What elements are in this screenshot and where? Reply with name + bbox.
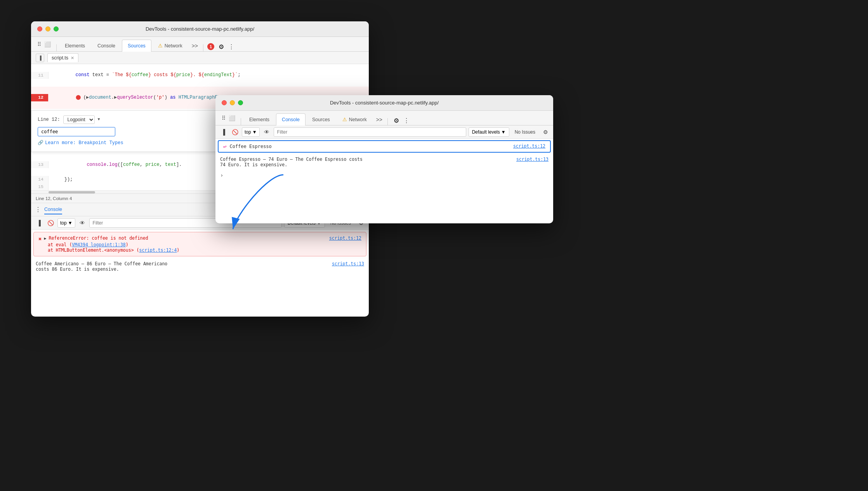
minimize-button-main[interactable] (45, 26, 50, 31)
error-link-main[interactable]: script.ts:12 (329, 235, 361, 241)
tab-bar-main: ⠿ ⬜ Elements Console Sources ⚠ Network >… (31, 37, 369, 52)
tab-divider2-front (387, 118, 388, 125)
tab-more-front[interactable]: >> (373, 113, 385, 125)
levels-arrow-front: ▼ (501, 129, 506, 135)
tab-bar-icons-main: ⠿ ⬜ (34, 37, 54, 51)
espresso-output-container: ↩ Coffee Espresso script.ts:12 (215, 140, 553, 153)
tab-sources-main[interactable]: Sources (122, 40, 151, 51)
sidebar-toggle-front[interactable]: ▐ (219, 127, 228, 137)
eye-toggle-main[interactable]: 👁 (78, 218, 87, 228)
traffic-lights-front (222, 100, 243, 105)
dropdown-arrow-front: ▼ (252, 129, 257, 135)
error-icon-main: ✖ (38, 236, 42, 242)
menu-icon-front[interactable]: ⋮ (403, 117, 410, 124)
maximize-button-main[interactable] (54, 26, 59, 31)
espresso2-text: Coffee Espresso – 74 Euro – The Coffee E… (220, 157, 516, 167)
logpoint-input[interactable] (38, 127, 115, 136)
console-error-main: ✖ ▶ ReferenceError: coffee is not define… (33, 232, 366, 256)
tab-divider2 (203, 44, 203, 51)
tab-more-main[interactable]: >> (189, 40, 201, 51)
file-tab-script[interactable]: script.ts ✕ (47, 53, 78, 62)
close-file-tab[interactable]: ✕ (71, 56, 74, 61)
clear-console-btn[interactable]: 🚫 (46, 218, 55, 228)
settings-icon-main[interactable]: ⚙ (217, 42, 226, 51)
console-settings-front[interactable]: ⚙ (541, 127, 550, 137)
minimize-button-front[interactable] (230, 100, 235, 105)
top-select-front[interactable]: top ▼ (242, 127, 260, 137)
tab-network-main[interactable]: ⚠ Network (152, 40, 188, 51)
console-chevron: › (220, 172, 223, 178)
tab-sources-front[interactable]: Sources (306, 113, 336, 125)
devtools-window-front: DevTools - consistent-source-map-pc.netl… (215, 95, 553, 223)
issues-badge-main[interactable]: 1 (207, 43, 214, 50)
expand-arrow-main[interactable]: ▶ (44, 236, 46, 240)
error-indent2-main: at HTMLButtonElement.<anonymous> (script… (38, 247, 361, 253)
output-americano-text: Coffee Americano – 86 Euro – The Coffee … (36, 261, 332, 272)
top-select-main[interactable]: top ▼ (57, 218, 75, 228)
line-num-15: 15 (31, 183, 49, 190)
logpoint-type-select[interactable]: Logpoint (63, 115, 95, 124)
sidebar-toggle[interactable]: ▐ (36, 54, 44, 62)
tab-bar-icons-front: ⠿ ⬜ (219, 111, 238, 125)
sidebar-toggle-console[interactable]: ▐ (34, 218, 43, 228)
filter-input-front[interactable] (274, 127, 466, 137)
tab-console-main[interactable]: Console (92, 40, 121, 51)
devtools-icon[interactable]: ⠿ (37, 41, 41, 47)
line-num-11: 11 (31, 72, 49, 79)
eye-toggle-front[interactable]: 👁 (262, 127, 271, 137)
settings-icon-front[interactable]: ⚙ (392, 116, 401, 125)
logpoint-dropdown-arrow: ▼ (98, 117, 100, 123)
menu-icon-main[interactable]: ⋮ (228, 43, 234, 50)
devtools-icon-front[interactable]: ⠿ (222, 115, 226, 121)
close-button-front[interactable] (222, 100, 227, 105)
window-title-main: DevTools - consistent-source-map-pc.netl… (37, 26, 363, 32)
close-button-main[interactable] (37, 26, 42, 31)
tab-bar-front: ⠿ ⬜ Elements Console Sources ⚠ Network >… (215, 111, 553, 125)
tab-console-front[interactable]: Console (276, 113, 306, 125)
warning-icon-front: ⚠ (342, 117, 347, 122)
maximize-button-front[interactable] (238, 100, 243, 105)
line-num-12: 12 (31, 94, 49, 101)
console-output-espresso2: Coffee Espresso – 74 Euro – The Coffee E… (215, 154, 553, 170)
espresso2-link[interactable]: script.ts:13 (516, 157, 549, 162)
console-chevron-row: › (215, 170, 553, 181)
espresso-link[interactable]: script.ts:12 (513, 143, 545, 149)
vm-link-main[interactable]: VM4394 logpoint:1:38 (72, 242, 125, 247)
tab-elements-front[interactable]: Elements (243, 113, 275, 125)
source-file-tab: ▐ script.ts ✕ (31, 52, 369, 64)
window-title-front: DevTools - consistent-source-map-pc.netl… (222, 100, 547, 106)
console-output-americano: Coffee Americano – 86 Euro – The Coffee … (31, 259, 369, 274)
title-bar-front: DevTools - consistent-source-map-pc.netl… (215, 95, 553, 111)
error-indent-main: at eval (VM4394 logpoint:1:38) (38, 242, 361, 247)
console-output-espresso: ↩ Coffee Espresso script.ts:12 (218, 140, 551, 153)
levels-btn-front[interactable]: Default levels ▼ (469, 127, 509, 137)
dropdown-arrow-main: ▼ (68, 220, 73, 226)
external-link-icon: 🔗 (38, 139, 43, 147)
line-num-13: 13 (31, 161, 49, 168)
espresso-text: Coffee Espresso (229, 144, 271, 149)
console-toolbar-front: ▐ 🚫 top ▼ 👁 Default levels ▼ No Issues ⚙ (215, 125, 553, 139)
no-issues-front: No Issues (512, 129, 538, 135)
americano-link[interactable]: script.ts:13 (332, 261, 364, 266)
tab-network-front[interactable]: ⚠ Network (337, 113, 373, 125)
console-tab-label-main[interactable]: Console (44, 205, 62, 214)
traffic-lights-main (37, 26, 59, 31)
tab-divider (56, 44, 57, 51)
espresso-icon: ↩ (223, 143, 226, 150)
line-content-11: const text = `The ${coffee} costs ${pric… (49, 64, 369, 87)
tab-divider-front (241, 118, 241, 125)
tab-elements-main[interactable]: Elements (59, 40, 91, 51)
title-bar-main: DevTools - consistent-source-map-pc.netl… (31, 21, 369, 37)
responsive-icon[interactable]: ⬜ (44, 41, 51, 47)
responsive-icon-front[interactable]: ⬜ (229, 115, 235, 121)
three-dots-main[interactable]: ⋮ (35, 206, 41, 213)
warning-icon-main: ⚠ (158, 43, 163, 49)
error-line-main: ✖ ▶ ReferenceError: coffee is not define… (38, 235, 361, 242)
code-line-11: 11 const text = `The ${coffee} costs ${p… (31, 64, 369, 87)
line-num-14: 14 (31, 176, 49, 183)
clear-console-front[interactable]: 🚫 (230, 127, 240, 137)
script-link2-main[interactable]: script.ts:12:4 (139, 247, 177, 253)
